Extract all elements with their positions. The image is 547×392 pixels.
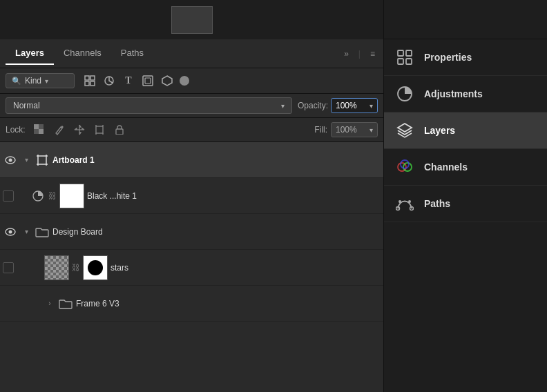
channels-label: Channels <box>424 161 468 173</box>
layer-row[interactable]: ⛓ stars <box>0 250 383 286</box>
paths-label: Paths <box>424 198 450 209</box>
tab-channels[interactable]: Channels <box>54 42 111 65</box>
fill-group: Fill: 100% ▾ <box>314 122 378 137</box>
layer-name: Frame 6 V3 <box>76 299 119 308</box>
search-icon: 🔍 <box>12 77 21 86</box>
filter-pixel-button[interactable] <box>81 72 98 89</box>
right-panel-channels[interactable]: Channels <box>384 149 547 186</box>
fill-chevron: ▾ <box>370 126 373 134</box>
blend-row: Normal ▾ Opacity: 100% ▾ <box>0 94 383 118</box>
lock-all-button[interactable] <box>111 121 128 138</box>
svg-marker-39 <box>398 124 412 132</box>
kind-select[interactable]: 🔍 Kind ▾ <box>6 73 75 88</box>
layer-row[interactable]: ▾ Design Board <box>0 214 383 250</box>
visibility-toggle[interactable] <box>3 153 18 168</box>
opacity-label: Opacity: <box>298 101 328 110</box>
svg-rect-6 <box>145 78 151 84</box>
filter-type-button[interactable]: T <box>120 72 137 89</box>
fill-input[interactable]: 100% ▾ <box>331 122 378 137</box>
svg-point-48 <box>408 200 411 203</box>
layer-thumbnail-checker <box>44 255 69 280</box>
layer-name: stars <box>111 263 128 273</box>
layers-list: ▾ Artboard 1 <box>0 142 383 392</box>
preview-area <box>0 0 383 39</box>
svg-rect-19 <box>116 129 123 135</box>
svg-rect-5 <box>143 76 153 86</box>
right-panel-adjustments[interactable]: Adjustments <box>384 76 547 112</box>
svg-rect-10 <box>34 129 39 134</box>
properties-icon <box>395 48 414 67</box>
right-top-area <box>384 0 547 39</box>
tabs-row: Layers Channels Paths » | ≡ <box>0 39 383 68</box>
tab-more-button[interactable]: » <box>341 48 352 60</box>
expand-button[interactable]: › <box>44 298 55 309</box>
svg-rect-22 <box>38 156 46 164</box>
layer-row[interactable]: › Frame 6 V3 <box>0 286 383 322</box>
svg-rect-34 <box>398 50 403 56</box>
fill-label: Fill: <box>314 125 327 135</box>
lock-position-button[interactable] <box>71 121 88 138</box>
lock-transparency-button[interactable] <box>31 121 48 138</box>
svg-marker-7 <box>162 76 172 86</box>
filter-smart-button[interactable] <box>159 72 175 89</box>
opacity-value[interactable]: 100% <box>336 101 357 110</box>
fill-value[interactable]: 100% <box>336 125 357 135</box>
right-panel-properties[interactable]: Properties <box>384 39 547 76</box>
svg-rect-3 <box>90 81 95 86</box>
lock-icons <box>31 121 128 138</box>
opacity-group: Opacity: 100% ▾ <box>298 98 378 113</box>
layer-name: Artboard 1 <box>52 155 381 165</box>
folder-icon <box>35 224 50 239</box>
lock-pixels-button[interactable] <box>51 121 68 138</box>
lock-artboard-button[interactable] <box>91 121 108 138</box>
layer-name: Design Board <box>52 227 381 237</box>
folder-icon <box>58 296 73 311</box>
blend-mode-chevron: ▾ <box>281 102 285 110</box>
tab-menu-button[interactable]: ≡ <box>367 48 378 60</box>
layer-row[interactable]: ▾ Artboard 1 <box>0 142 383 178</box>
artboard-icon <box>35 153 50 168</box>
layer-checkbox[interactable] <box>3 262 14 273</box>
svg-rect-37 <box>406 59 412 64</box>
tab-paths[interactable]: Paths <box>111 42 153 65</box>
opacity-input[interactable]: 100% ▾ <box>331 98 378 113</box>
layer-thumbnail <box>59 184 84 208</box>
lock-row: Lock: <box>0 118 383 142</box>
filter-adjustment-button[interactable] <box>101 72 117 89</box>
svg-point-21 <box>9 158 12 161</box>
kind-label: Kind <box>25 76 41 86</box>
tab-overflow: » | ≡ <box>341 48 378 60</box>
layer-thumbnail-mask <box>83 255 108 280</box>
tab-layers[interactable]: Layers <box>6 42 54 65</box>
expand-button[interactable]: ▾ <box>21 226 32 237</box>
layers-panel: Layers Channels Paths » | ≡ 🔍 Kind ▾ <box>0 0 384 392</box>
svg-rect-1 <box>90 76 95 80</box>
svg-rect-36 <box>398 59 403 64</box>
adjustments-icon <box>395 84 414 104</box>
visibility-toggle[interactable] <box>3 224 18 239</box>
right-panel-layers[interactable]: Layers <box>384 112 547 149</box>
blend-mode-select[interactable]: Normal ▾ <box>6 97 292 114</box>
layers-icon <box>395 121 414 140</box>
layer-checkbox[interactable] <box>3 190 14 202</box>
blend-mode-value: Normal <box>13 101 40 110</box>
filter-shape-button[interactable] <box>140 72 156 89</box>
right-panel-paths[interactable]: Paths <box>384 186 547 222</box>
layer-row[interactable]: ⛓ Black ...hite 1 <box>0 178 383 214</box>
link-icon: ⛓ <box>72 263 80 273</box>
svg-rect-8 <box>34 124 39 129</box>
filter-icons: T <box>81 72 189 89</box>
lock-label: Lock: <box>6 125 26 135</box>
adjustment-icon <box>30 188 46 204</box>
opacity-chevron: ▾ <box>370 102 373 110</box>
svg-rect-0 <box>85 76 89 80</box>
link-icon: ⛓ <box>48 191 57 201</box>
adjustments-label: Adjustments <box>424 88 483 99</box>
filter-row: 🔍 Kind ▾ T <box>0 68 383 94</box>
filter-active-indicator <box>180 76 189 86</box>
expand-button[interactable]: ▾ <box>21 155 32 166</box>
svg-point-33 <box>9 230 12 233</box>
svg-rect-2 <box>85 81 89 86</box>
svg-point-47 <box>399 200 401 203</box>
svg-rect-14 <box>96 126 103 133</box>
